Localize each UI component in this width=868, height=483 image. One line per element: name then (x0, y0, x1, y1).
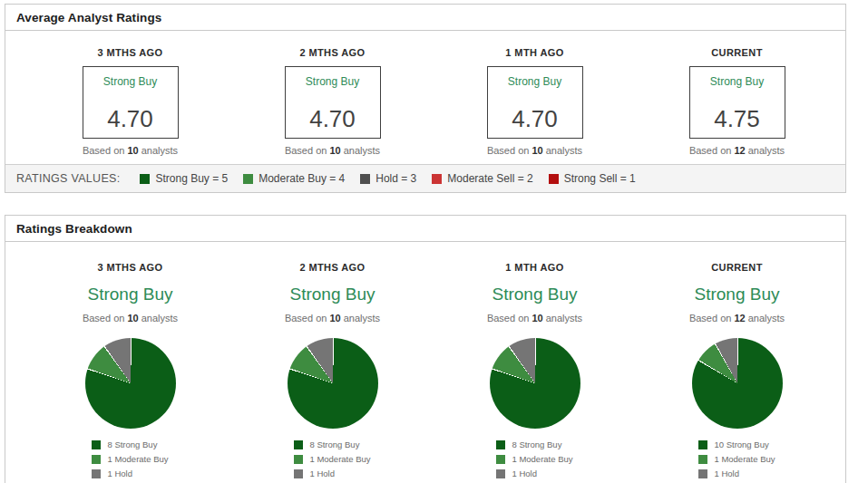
pie-legend: 10 Strong Buy 1 Moderate Buy 1 Hold (698, 440, 775, 483)
hold-swatch-icon (294, 469, 303, 478)
based-on-text: Based on (487, 313, 529, 324)
based-on-text: Based on (285, 145, 327, 156)
analyst-count: 10 (532, 145, 542, 156)
period-label: 1 MTH AGO (434, 262, 636, 273)
moderate-sell-swatch-icon (432, 174, 442, 184)
hold-swatch-icon (92, 469, 101, 478)
period-label: CURRENT (636, 262, 838, 273)
rating-label: Strong Buy (85, 75, 176, 88)
analysts-note: Based on 10 analysts (231, 145, 434, 156)
legend-item-strong-sell: Strong Sell = 1 (549, 172, 636, 185)
moderate-buy-swatch-icon (243, 174, 253, 184)
based-on-text: Based on (689, 313, 731, 324)
pie-legend-item: 1 Hold (92, 469, 168, 478)
hold-swatch-icon (360, 174, 370, 184)
rating-label: Strong Buy (692, 75, 783, 88)
legend-item-label: Hold = 3 (375, 172, 416, 185)
pie-legend-label: 1 Moderate Buy (714, 454, 775, 464)
pie-legend-item: 1 Hold (294, 469, 370, 478)
ratings-breakdown-panel: Ratings Breakdown 3 MTHS AGO Strong Buy … (5, 215, 846, 483)
analysts-note: Based on 10 analysts (434, 145, 636, 156)
pie-legend-label: 1 Moderate Buy (309, 454, 370, 464)
strong-buy-swatch-icon (698, 440, 707, 449)
rating-value: 4.70 (490, 107, 580, 130)
rating-value: 4.75 (692, 107, 783, 130)
breakdown-columns: 3 MTHS AGO Strong Buy Based on 10 analys… (5, 242, 845, 483)
average-ratings-columns: 3 MTHS AGO Strong Buy 4.70 Based on 10 a… (5, 31, 845, 164)
based-on-text: Based on (83, 313, 124, 324)
analyst-count: 12 (734, 313, 745, 324)
pie-legend-label: 8 Strong Buy (512, 440, 561, 449)
ratings-pie-chart (85, 338, 176, 429)
pie-legend-label: 1 Hold (714, 469, 738, 478)
analyst-count: 10 (127, 145, 138, 156)
rating-label: Strong Buy (288, 75, 378, 88)
pie-legend-label: 8 Strong Buy (107, 440, 157, 449)
pie-legend-label: 10 Strong Buy (714, 440, 768, 449)
hold-swatch-icon (698, 469, 707, 478)
moderate-buy-swatch-icon (92, 455, 101, 464)
analysts-text: analysts (546, 145, 582, 156)
ratings-pie-chart (692, 338, 783, 429)
pie-legend-item: 1 Moderate Buy (698, 454, 775, 464)
analyst-count: 10 (329, 313, 340, 324)
pie-legend-item: 8 Strong Buy (294, 440, 370, 449)
pie-legend-label: 1 Hold (309, 469, 334, 478)
ratings-values-legend-bar: RATINGS VALUES: Strong Buy = 5 Moderate … (5, 164, 845, 192)
avg-rating-column-current: CURRENT Strong Buy 4.75 Based on 12 anal… (636, 47, 838, 164)
pie-legend-label: 1 Moderate Buy (512, 454, 572, 464)
legend-item-label: Strong Sell = 1 (564, 172, 636, 185)
based-on-text: Based on (83, 145, 124, 156)
pie-legend: 8 Strong Buy 1 Moderate Buy 1 Hold (496, 440, 572, 483)
legend-item-label: Strong Buy = 5 (155, 172, 228, 185)
strong-sell-swatch-icon (549, 174, 559, 184)
consensus-rating-label: Strong Buy (636, 285, 838, 304)
consensus-rating-label: Strong Buy (434, 285, 636, 304)
legend-item-label: Moderate Buy = 4 (258, 172, 345, 185)
moderate-buy-swatch-icon (294, 455, 303, 464)
pie-legend-label: 1 Hold (512, 469, 536, 478)
avg-rating-column-3mths: 3 MTHS AGO Strong Buy 4.70 Based on 10 a… (29, 47, 231, 164)
based-on-text: Based on (689, 145, 731, 156)
average-analyst-ratings-panel: Average Analyst Ratings 3 MTHS AGO Stron… (5, 4, 846, 193)
analyst-count: 12 (734, 145, 745, 156)
legend-item-moderate-buy: Moderate Buy = 4 (243, 172, 345, 185)
avg-rating-column-2mths: 2 MTHS AGO Strong Buy 4.70 Based on 10 a… (231, 47, 434, 164)
legend-item-hold: Hold = 3 (360, 172, 416, 185)
analysts-text: analysts (748, 145, 785, 156)
period-label: 2 MTHS AGO (231, 262, 434, 273)
rating-box: Strong Buy 4.70 (487, 66, 583, 139)
moderate-buy-swatch-icon (698, 455, 707, 464)
rating-box: Strong Buy 4.70 (285, 66, 381, 139)
breakdown-column-1mth: 1 MTH AGO Strong Buy Based on 10 analyst… (434, 262, 636, 483)
rating-box: Strong Buy 4.75 (689, 66, 785, 139)
pie-legend-item: 1 Moderate Buy (496, 454, 572, 464)
legend-item-moderate-sell: Moderate Sell = 2 (432, 172, 532, 185)
pie-legend-label: 1 Hold (107, 469, 132, 478)
analysts-note: Based on 10 analysts (29, 313, 231, 324)
period-label: 3 MTHS AGO (29, 262, 231, 273)
consensus-rating-label: Strong Buy (231, 285, 434, 304)
period-label: 2 MTHS AGO (231, 47, 434, 58)
based-on-text: Based on (285, 313, 327, 324)
pie-legend: 8 Strong Buy 1 Moderate Buy 1 Hold (294, 440, 370, 483)
analysts-note: Based on 12 analysts (636, 145, 838, 156)
period-label: 3 MTHS AGO (29, 47, 231, 58)
breakdown-column-3mths: 3 MTHS AGO Strong Buy Based on 10 analys… (29, 262, 231, 483)
ratings-values-label: RATINGS VALUES: (16, 172, 120, 185)
analysts-text: analysts (344, 145, 380, 156)
rating-box: Strong Buy 4.70 (83, 66, 179, 139)
based-on-text: Based on (487, 145, 529, 156)
period-label: 1 MTH AGO (434, 47, 636, 58)
panel-title: Average Analyst Ratings (5, 5, 845, 31)
ratings-pie-chart (288, 338, 378, 429)
strong-buy-swatch-icon (92, 440, 101, 449)
pie-legend-label: 1 Moderate Buy (107, 454, 168, 464)
pie-legend: 8 Strong Buy 1 Moderate Buy 1 Hold (92, 440, 168, 483)
pie-legend-item: 1 Hold (698, 469, 775, 478)
pie-legend-item: 10 Strong Buy (698, 440, 775, 449)
avg-rating-column-1mth: 1 MTH AGO Strong Buy 4.70 Based on 10 an… (434, 47, 636, 164)
strong-buy-swatch-icon (140, 174, 150, 184)
analysts-text: analysts (748, 313, 785, 324)
analysts-text: analysts (344, 313, 380, 324)
